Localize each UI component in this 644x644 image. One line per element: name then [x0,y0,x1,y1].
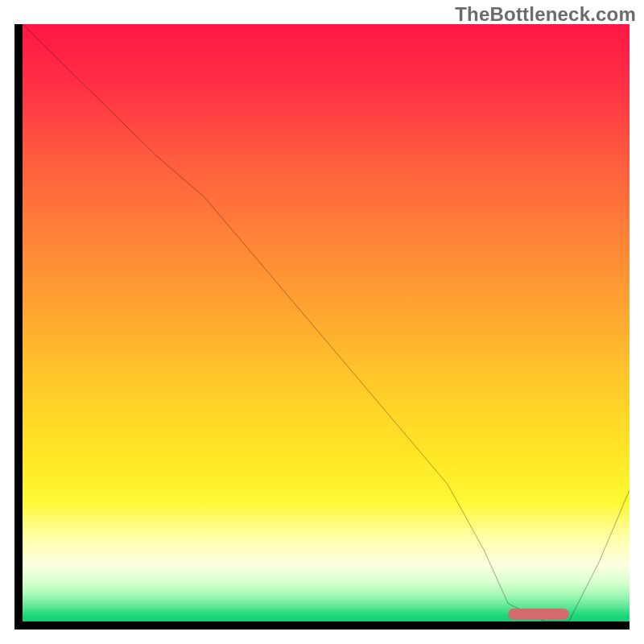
gradient-background [23,24,630,621]
plot-area [23,24,630,621]
plot-frame [14,24,630,630]
chart-container: TheBottleneck.com [0,0,644,644]
svg-rect-0 [23,24,630,621]
watermark-text: TheBottleneck.com [455,3,636,26]
curve-line [23,24,630,621]
optimal-range-marker [508,609,568,620]
